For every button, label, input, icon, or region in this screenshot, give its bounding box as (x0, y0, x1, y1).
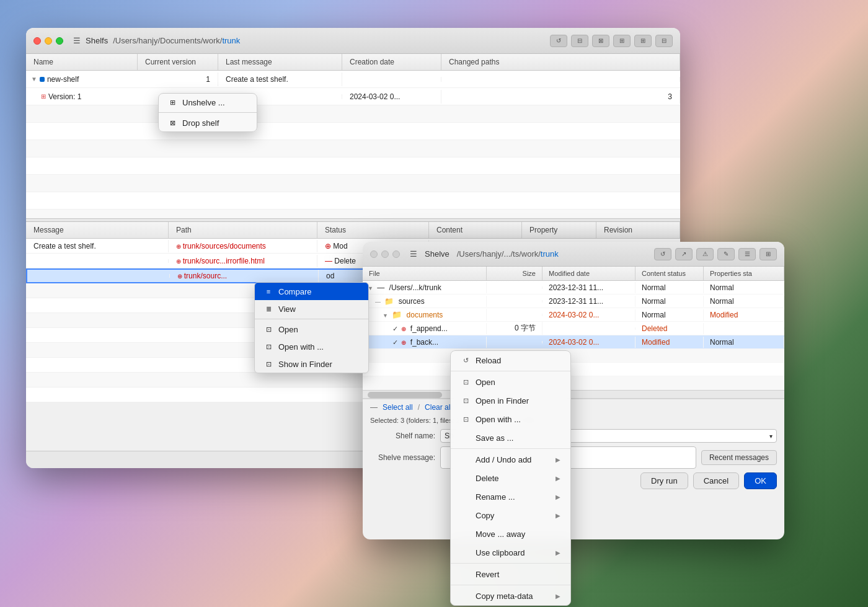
recent-messages-btn[interactable]: Recent messages (701, 450, 777, 465)
ctx3-finder-icon: ⊡ (461, 396, 471, 405)
menu-item-open[interactable]: ⊡ Open (255, 321, 368, 338)
menu-sep-1 (159, 112, 257, 113)
shelve-empty-1 (363, 349, 784, 363)
shelve-row-documents[interactable]: ▼ 📁 documents 2024-03-02 0... Normal Mod… (363, 308, 784, 322)
bcell-path-3: ⊕ trunk/sourc... (170, 270, 319, 282)
ctx3-openwith-icon: ⊡ (461, 414, 471, 424)
reload-btn[interactable]: ↺ (550, 35, 567, 47)
tree-arrow-documents: ▼ (383, 312, 388, 319)
view-btn2[interactable]: ⊠ (592, 35, 609, 47)
ctx3-revert[interactable]: Revert (451, 565, 570, 583)
maximize-button[interactable] (56, 37, 63, 45)
shelfs-window-controls: ↺ ⊟ ⊠ ⊞ ⊞ ⊟ (550, 35, 673, 47)
menu-item-compare[interactable]: ≡ Compare (255, 283, 368, 300)
shelve-row-root[interactable]: ▼ — /Users/...k/trunk 2023-12-31 11... N… (363, 281, 784, 295)
shelve-grid-btn[interactable]: ⊞ (760, 248, 777, 260)
shelve-list-btn[interactable]: ☰ (738, 248, 756, 260)
ctx3-save-as[interactable]: Save as ... (451, 428, 570, 447)
ctx3-finder-label: Open in Finder (476, 396, 529, 405)
version-name-cell: ⊞ Version: 1 (26, 90, 138, 104)
menu-item-unshelve[interactable]: ⊞ Unshelve ... (159, 94, 257, 111)
shelve-warn-btn[interactable]: ⚠ (696, 248, 714, 260)
ctx3-delete-arrow: ▶ (556, 475, 560, 482)
shelf-group-row[interactable]: ▼ new-shelf 1 Create a test shelf. (26, 71, 680, 88)
ctx3-copy[interactable]: Copy ▶ (451, 506, 570, 525)
scell-size-fappend: 0 字节 (487, 322, 542, 335)
view-btn1[interactable]: ⊟ (571, 35, 588, 47)
col-header-name: Name (26, 54, 138, 70)
empty-row-4 (26, 157, 680, 175)
file-name-sources: sources (399, 297, 425, 306)
check-icon-fback: ✓ (392, 339, 398, 346)
shelf-paths-cell (441, 77, 680, 82)
ctx3-open[interactable]: ⊡ Open (451, 373, 570, 391)
shelve-export-btn[interactable]: ↗ (675, 248, 693, 260)
ctx3-move-away[interactable]: Move ... away (451, 525, 570, 543)
clear-link[interactable]: Clear all (425, 403, 452, 412)
ctx3-sep-4 (451, 585, 570, 585)
minimize-button[interactable] (45, 37, 52, 45)
shelve-row-fappend[interactable]: ✓ ⊕ f_append... 0 字节 Deleted (363, 322, 784, 335)
compare-icon: ≡ (264, 286, 273, 296)
file-name-documents: documents (407, 311, 443, 319)
scell-content-documents: Normal (636, 309, 704, 321)
ok-btn[interactable]: OK (744, 472, 777, 489)
chevron-down-icon: ▾ (769, 433, 773, 440)
dry-run-btn[interactable]: Dry run (640, 472, 688, 489)
shelve-msg-label: Shelve message: (370, 453, 435, 462)
col-header-paths: Changed paths (441, 54, 680, 70)
menu-item-show-finder[interactable]: ⊡ Show in Finder (255, 355, 368, 373)
ctx3-add-undo[interactable]: Add / Undo add ▶ (451, 450, 570, 469)
menu-item-view[interactable]: ≣ View (255, 300, 368, 317)
shelfs-window-path: /Users/hanjy/Documents/work/trunk (113, 36, 240, 45)
ctx3-move-icon (461, 529, 471, 539)
view-btn3[interactable]: ⊞ (613, 35, 631, 47)
scell-prop-sources: Normal (704, 296, 784, 307)
shelfs-titlebar: ☰ Shelfs /Users/hanjy/Documents/work/tru… (26, 28, 680, 54)
version-row[interactable]: ⊞ Version: 1 2024-03-02 0... 3 (26, 88, 680, 105)
shelve-col-prop: Properties sta (704, 267, 784, 280)
show-finder-icon: ⊡ (264, 359, 273, 369)
menu-item-drop[interactable]: ⊠ Drop shelf (159, 114, 257, 131)
shelve-maximize-btn[interactable] (392, 250, 400, 258)
red-dot-fappend: ⊕ (401, 326, 406, 332)
empty-row-3 (26, 140, 680, 157)
view-btn4[interactable]: ⊞ (634, 35, 652, 47)
shelve-row-sources[interactable]: — 📁 sources 2023-12-31 11... Normal Norm… (363, 295, 784, 308)
shelve-reload-btn[interactable]: ↺ (654, 248, 671, 260)
shelve-row-fback[interactable]: ✓ ⊕ f_back... 2024-03-02 0... Modified N… (363, 335, 784, 349)
ctx3-copy-meta[interactable]: Copy meta-data ▶ (451, 587, 570, 605)
empty-row-1 (26, 105, 680, 123)
bcell-message-3 (27, 274, 170, 278)
scell-mdate-documents: 2024-03-02 0... (542, 309, 636, 321)
shelve-col-mdate: Modified date (542, 267, 636, 280)
view-btn5[interactable]: ⊟ (655, 35, 673, 47)
tree-arrow-sources: — (375, 299, 381, 305)
select-all-link[interactable]: Select all (383, 403, 413, 412)
ctx3-clipboard[interactable]: Use clipboard ▶ (451, 543, 570, 562)
drop-icon: ⊠ (167, 118, 177, 128)
shelve-minimize-btn[interactable] (381, 250, 389, 258)
menu-item-open-with[interactable]: ⊡ Open with ... (255, 338, 368, 355)
shelve-edit-btn[interactable]: ✎ (717, 248, 735, 260)
ctx3-reload[interactable]: ↺ Reload (451, 351, 570, 370)
bcol-path: Path (169, 222, 317, 238)
ctx3-open-finder[interactable]: ⊡ Open in Finder (451, 391, 570, 410)
cancel-btn[interactable]: Cancel (693, 472, 739, 489)
shelve-col-file: File (363, 267, 487, 280)
shelf-dot-icon (40, 77, 45, 82)
folder-icon-sources: 📁 (384, 297, 394, 306)
shelf-name-label: Shelf name: (370, 432, 435, 440)
ctx3-rename[interactable]: Rename ... ▶ (451, 487, 570, 506)
ctx3-delete[interactable]: Delete ▶ (451, 469, 570, 487)
shelve-close-btn[interactable] (370, 250, 378, 258)
path-icon-2: ⊕ (176, 258, 183, 265)
ctx3-rename-arrow: ▶ (556, 494, 560, 500)
ctx3-open-with[interactable]: ⊡ Open with ... (451, 410, 570, 428)
close-button[interactable] (33, 37, 41, 45)
bcell-path-1: ⊕ trunk/sources/documents (169, 240, 317, 252)
red-dot-fback: ⊕ (401, 339, 406, 346)
shelve-hscroll[interactable] (368, 392, 442, 398)
col-header-version: Current version (138, 54, 218, 70)
ctx3-sep-1 (451, 371, 570, 371)
